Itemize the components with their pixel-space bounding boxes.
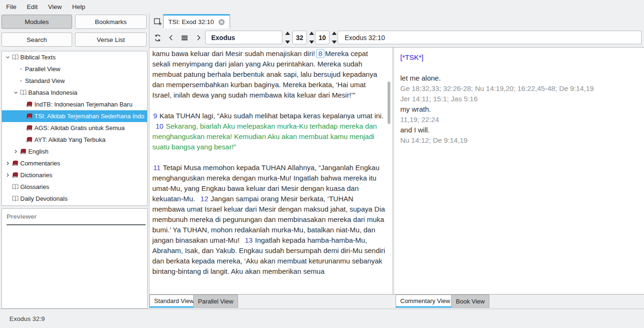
verse-number[interactable]: 9: [153, 112, 157, 120]
chevron-right-icon: [5, 172, 11, 178]
highlighted-verse-text: Sekarang, biarlah Aku melepaskan murka-K…: [152, 122, 377, 151]
tree-item-indtb[interactable]: IndTB: Indonesian Terjemahan Baru: [2, 98, 147, 110]
tab-parallel-view[interactable]: Parallel View: [193, 295, 238, 308]
tab-commentary-view[interactable]: Commentary View: [396, 295, 455, 308]
tree-item-ayt[interactable]: AYT: Alkitab Yang Terbuka: [2, 134, 147, 146]
tree-item-label: English: [28, 148, 49, 155]
bible-paragraph: 11Tetapi Musa memohon kepada TUHAN Allah…: [152, 163, 385, 277]
verse-number-anchored[interactable]: 8: [316, 49, 324, 58]
spin-up-icon[interactable]: [309, 32, 314, 35]
next-button[interactable]: [193, 32, 204, 43]
category-book-icon: [20, 89, 27, 96]
chevron-down-icon: [13, 90, 19, 96]
bible-text-panel[interactable]: kamu bawa keluar dari Mesir sudah menaji…: [149, 48, 393, 294]
menu-view[interactable]: View: [43, 1, 67, 13]
verse-spinbox[interactable]: 10: [315, 31, 330, 44]
tsk-reference-links[interactable]: 11,19; 22:24: [400, 115, 638, 125]
tab-title: TSI: Exod 32:10: [168, 18, 214, 25]
tree-item-commentaries[interactable]: Commentaries: [2, 157, 147, 169]
tree-item-standard-view[interactable]: Standard View: [2, 75, 147, 87]
bible-paragraph: 9Kata TUHAN lagi, “Aku sudah melihat bet…: [152, 111, 385, 152]
sidebar: Modules Bookmarks Search Verse List Bibl…: [0, 13, 149, 309]
history-menu-button[interactable]: [179, 32, 190, 43]
verse-number[interactable]: 11: [153, 164, 161, 172]
spin-down-icon[interactable]: [332, 41, 337, 44]
module-book-icon: [26, 101, 33, 108]
tree-item-icon: [11, 195, 19, 202]
menu-file[interactable]: File: [1, 1, 22, 13]
tree-collapse-arrow[interactable]: [12, 90, 19, 96]
tree-item-biblical-texts[interactable]: Biblical Texts: [2, 51, 147, 63]
tree-item-glossaries[interactable]: Glossaries: [2, 181, 147, 193]
tree-item-english[interactable]: English: [2, 146, 147, 157]
previous-button[interactable]: [165, 32, 177, 43]
tree-item-icon: [11, 160, 19, 167]
spin-up-icon[interactable]: [332, 32, 337, 35]
new-window-button[interactable]: [152, 16, 163, 27]
tree-item-label: Dictionaries: [20, 172, 52, 179]
spin-up-icon[interactable]: [285, 32, 290, 35]
tree-item-daily-devotionals[interactable]: Daily Devotionals: [2, 193, 147, 205]
category-book-icon: [12, 195, 19, 202]
search-button[interactable]: Search: [1, 33, 72, 47]
bookmarks-button[interactable]: Bookmarks: [75, 15, 147, 29]
refresh-icon: [154, 34, 162, 42]
tree-expand-arrow[interactable]: [12, 148, 19, 155]
module-tree: Biblical TextsParallel ViewStandard View…: [1, 51, 148, 206]
verse-text: Kata TUHAN lagi, “Aku sudah melihat beta…: [159, 112, 383, 120]
reference-input[interactable]: Exodus 32:10: [338, 31, 642, 44]
verse-number[interactable]: 12: [200, 195, 208, 203]
tsk-reference-links[interactable]: Jer 14:11; 15:1; Jas 5:16: [400, 94, 638, 104]
tree-expand-arrow[interactable]: [4, 172, 11, 178]
tsk-link[interactable]: [*TSK*]: [400, 52, 638, 63]
book-spinner[interactable]: [284, 32, 291, 44]
tree-item-dictionaries[interactable]: Dictionaries: [2, 169, 147, 181]
tree-item-ags[interactable]: AGS: Alkitab Gratis untuk Semua: [2, 122, 147, 134]
tab-close-button[interactable]: [218, 19, 225, 25]
tab-tsi-exod[interactable]: TSI: Exod 32:10: [163, 14, 230, 28]
spin-down-icon[interactable]: [309, 41, 314, 44]
tree-item-partial[interactable]: [2, 205, 147, 206]
commentary-panel[interactable]: [*TSK*] let me alone.Ge 18:32,33; 32:26-…: [395, 48, 644, 294]
tab-standard-view[interactable]: Standard View: [149, 295, 198, 308]
main-window: TSI: Exod 32:10: [149, 13, 644, 309]
scrollbar-thumb[interactable]: [388, 82, 390, 124]
previewer-title: Previewer: [7, 213, 142, 220]
verse-list-button[interactable]: Verse List: [75, 33, 147, 47]
menu-edit[interactable]: Edit: [22, 1, 43, 13]
tree-item-label: Parallel View: [25, 66, 60, 73]
refresh-button[interactable]: [152, 32, 163, 43]
tree-item-label: Glossaries: [20, 183, 49, 190]
chevron-left-icon: [167, 34, 175, 41]
new-window-icon: [153, 16, 162, 26]
verse-number[interactable]: 13: [245, 236, 253, 244]
tree-item-icon: [25, 124, 33, 131]
chapter-spinner[interactable]: [308, 32, 315, 44]
tree-item-label: Bahasa Indonesia: [28, 89, 77, 96]
chevron-right-icon: [13, 148, 19, 155]
modules-button[interactable]: Modules: [1, 15, 72, 29]
chapter-spinbox[interactable]: 32: [292, 31, 307, 44]
tsk-entries: let me alone.Ge 18:32,33; 32:26-28; Nu 1…: [400, 73, 638, 146]
verse-spinner[interactable]: [331, 32, 338, 44]
book-combo[interactable]: Exodus: [205, 31, 282, 44]
verse-number[interactable]: 10: [156, 122, 164, 130]
tree-item-parallel-view[interactable]: Parallel View: [2, 63, 147, 75]
tsk-reference-links[interactable]: Ge 18:32,33; 32:26-28; Nu 14:19,20; 16:2…: [400, 83, 638, 94]
navigation-toolbar: Exodus 32 10 Exodus 32:10: [149, 28, 644, 47]
tsk-reference-links[interactable]: Nu 14:12; De 9:14,19: [400, 135, 638, 146]
tree-item-bahasa-indonesia[interactable]: Bahasa Indonesia: [2, 87, 147, 98]
menu-help[interactable]: Help: [67, 1, 91, 13]
chevron-right-icon: [5, 160, 11, 166]
verse-text: kamu bawa keluar dari Mesir sudah menaji…: [152, 49, 315, 57]
tree-item-icon: [11, 54, 19, 61]
status-bar: Exodus 32:9: [0, 309, 644, 328]
tree-item-icon: [19, 148, 27, 155]
tab-book-view[interactable]: Book View: [451, 295, 489, 308]
tree-expand-arrow[interactable]: [4, 160, 11, 166]
tree-item-icon: [25, 113, 33, 120]
bible-text: kamu bawa keluar dari Mesir sudah menaji…: [149, 48, 393, 277]
spin-down-icon[interactable]: [285, 41, 290, 44]
tree-item-tsi[interactable]: TSI: Alkitab Terjemahan Sederhana Indo: [2, 110, 147, 122]
tree-collapse-arrow[interactable]: [4, 54, 11, 60]
